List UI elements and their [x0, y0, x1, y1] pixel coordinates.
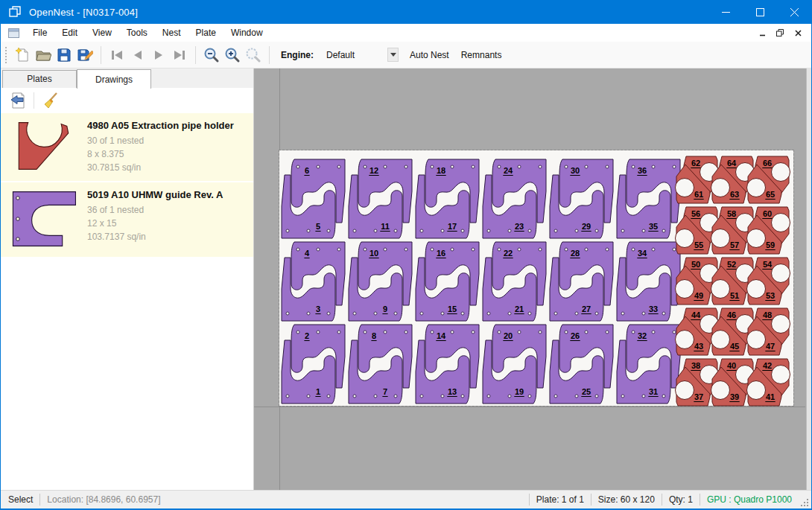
nested-pair-purple[interactable]: 2019	[483, 325, 546, 404]
nested-pair-purple[interactable]: 3635	[617, 159, 680, 238]
nested-pair-purple[interactable]: 2423	[483, 159, 546, 238]
nested-pair-purple[interactable]: 1413	[416, 325, 479, 404]
save-icon	[56, 47, 72, 63]
nested-pair-purple[interactable]: 43	[282, 242, 345, 321]
part-number: 19	[515, 387, 524, 396]
go-next-icon	[150, 47, 167, 63]
menu-edit[interactable]: Edit	[54, 25, 85, 40]
part-number: 15	[448, 305, 457, 313]
part-number: 55	[694, 240, 703, 249]
status-size: Size: 60 x 120	[598, 494, 655, 505]
part-number: 66	[763, 159, 772, 168]
zoom-out-icon	[203, 46, 221, 64]
part-number: 2	[305, 331, 309, 340]
part-number: 17	[448, 222, 457, 231]
canvas-scrollbar[interactable]	[806, 68, 811, 490]
part-number: 47	[766, 342, 775, 351]
nested-pair-purple[interactable]: 2221	[483, 242, 546, 321]
part-number: 58	[727, 209, 736, 218]
remnants-button[interactable]: Remnants	[456, 46, 507, 64]
nested-pair-purple[interactable]: 2625	[550, 325, 613, 404]
engine-dropdown-button[interactable]	[387, 48, 399, 62]
mdi-close-icon	[795, 30, 802, 36]
nest-canvas[interactable]: 6512111817242330293635431091615222128273…	[254, 68, 811, 490]
menu-plate[interactable]: Plate	[188, 25, 223, 40]
part-number: 62	[691, 159, 700, 168]
zoom-fit-button[interactable]	[243, 45, 264, 66]
go-last-button[interactable]	[169, 45, 190, 66]
clear-drawings-button[interactable]	[39, 90, 61, 111]
tab-plates[interactable]: Plates	[2, 70, 77, 88]
nested-pair-purple[interactable]: 3231	[617, 325, 680, 404]
go-first-button[interactable]	[107, 45, 127, 66]
minimize-button[interactable]	[708, 0, 743, 24]
drawing-area: 30.7815 sq/in	[87, 161, 234, 174]
menu-view[interactable]: View	[85, 25, 119, 40]
menu-file[interactable]: File	[25, 25, 54, 40]
menu-tools[interactable]: Tools	[119, 25, 155, 40]
menu-window[interactable]: Window	[223, 25, 270, 40]
nested-pair-purple[interactable]: 1615	[416, 242, 479, 321]
go-previous-button[interactable]	[127, 45, 148, 66]
part-number: 49	[694, 291, 703, 300]
status-mode: Select	[8, 494, 33, 505]
nested-pair-purple[interactable]: 65	[282, 159, 345, 238]
go-first-icon	[109, 47, 125, 63]
new-file-button[interactable]	[12, 45, 33, 66]
mdi-restore-button[interactable]	[773, 26, 787, 39]
drawing-size: 8 x 8.375	[87, 147, 234, 161]
part-number: 29	[582, 222, 591, 231]
plate[interactable]: 6512111817242330293635431091615222128273…	[279, 150, 793, 406]
part-number: 56	[691, 209, 700, 218]
menu-nest[interactable]: Nest	[155, 25, 188, 40]
save-button[interactable]	[54, 45, 74, 66]
nested-pair-purple[interactable]: 1817	[416, 159, 479, 238]
open-file-button[interactable]	[33, 45, 54, 66]
nested-pair-purple[interactable]: 2827	[550, 242, 613, 321]
status-bar: Select Location: [84.8696, 60.6957] Plat…	[1, 490, 811, 509]
mdi-close-button[interactable]	[790, 26, 805, 39]
close-button[interactable]	[777, 0, 811, 24]
window-title: OpenNest - [N0317-004]	[29, 7, 138, 18]
nested-pair-purple[interactable]: 1211	[349, 159, 412, 238]
maximize-button[interactable]	[743, 0, 777, 24]
engine-label: Engine:	[281, 50, 314, 60]
engine-select-value[interactable]: Default	[326, 50, 387, 60]
part-number: 35	[649, 222, 658, 231]
zoom-in-button[interactable]	[222, 45, 243, 66]
drawings-toolbar	[1, 88, 253, 113]
mdi-restore-icon	[776, 29, 784, 36]
nested-pair-purple[interactable]: 87	[349, 325, 412, 404]
part-number: 51	[730, 291, 739, 300]
nested-pair-purple[interactable]: 3433	[617, 242, 680, 321]
drawing-title: 4980 A05 Extraction pipe holder	[87, 120, 234, 131]
nested-pair-purple[interactable]: 109	[349, 242, 412, 321]
part-number: 33	[649, 305, 658, 313]
part-number: 57	[730, 240, 739, 249]
part-number: 42	[763, 361, 772, 370]
part-number: 34	[638, 249, 647, 258]
save-as-button[interactable]	[74, 45, 95, 66]
drawing-item-4980[interactable]: 4980 A05 Extraction pipe holder 30 of 1 …	[1, 113, 253, 181]
part-number: 8	[372, 331, 376, 340]
menu-bar: File Edit View Tools Nest Plate Window	[1, 24, 811, 42]
status-plate: Plate: 1 of 1	[536, 494, 584, 505]
part-number: 5	[316, 222, 320, 231]
auto-nest-button[interactable]: Auto Nest	[405, 46, 454, 64]
tab-drawings[interactable]: Drawings	[77, 69, 151, 89]
resize-grip[interactable]	[798, 496, 810, 508]
import-drawing-button[interactable]	[7, 90, 29, 111]
zoom-in-icon	[223, 46, 241, 64]
canvas-guide-horizontal	[254, 407, 805, 407]
zoom-out-button[interactable]	[201, 45, 222, 66]
drawing-area: 103.7137 sq/in	[87, 230, 223, 243]
nested-pair-purple[interactable]: 3029	[550, 159, 613, 238]
nested-pair-purple[interactable]: 21	[282, 325, 345, 404]
part-number: 24	[504, 166, 513, 175]
drawing-item-5019[interactable]: 5019 A10 UHMW guide Rev. A 36 of 1 neste…	[1, 182, 253, 257]
part-number: 60	[763, 209, 772, 218]
go-next-button[interactable]	[148, 45, 169, 66]
mdi-minimize-button[interactable]	[755, 26, 770, 39]
drawing-nested: 30 of 1 nested	[87, 134, 234, 147]
toolbar-grip[interactable]	[4, 46, 7, 64]
